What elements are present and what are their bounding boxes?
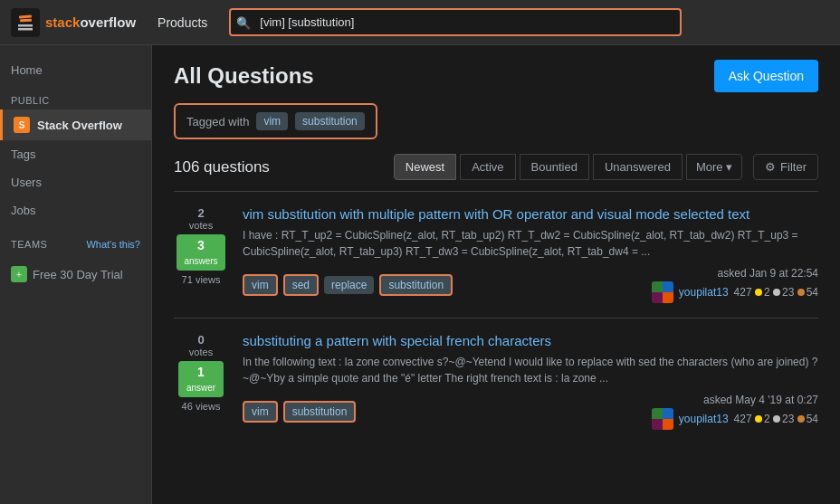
sidebar-item-stackoverflow[interactable]: S Stack Overflow: [0, 109, 151, 140]
question-meta-2: asked May 4 '19 at 0:27 youpilat13 427: [652, 394, 818, 430]
tab-unanswered[interactable]: Unanswered: [593, 154, 682, 180]
username-1[interactable]: youpilat13: [679, 286, 729, 299]
main-content: All Questions Ask Question Tagged with v…: [152, 45, 840, 504]
question-meta-1: asked Jan 9 at 22:54 youpilat13 427: [652, 267, 818, 303]
avatar-1: [652, 281, 673, 303]
products-nav[interactable]: Products: [150, 12, 215, 33]
votes-count-1: 2 votes: [189, 206, 213, 231]
gold-dot-2: [755, 415, 762, 423]
tab-active[interactable]: Active: [460, 154, 515, 180]
avatar-2: [652, 408, 673, 430]
sidebar-so-label: Stack Overflow: [37, 119, 122, 132]
sidebar-teams-section: TEAMS What's this?: [0, 224, 151, 259]
svg-rect-0: [11, 8, 40, 37]
logo-text: stackoverflow: [45, 14, 136, 30]
filter-button[interactable]: ⚙ Filter: [753, 154, 818, 180]
gear-icon: ⚙: [765, 160, 776, 174]
q-tag-substitution-2[interactable]: substitution: [283, 401, 357, 423]
sidebar-users-label: Users: [11, 176, 42, 189]
sidebar-item-tags[interactable]: Tags: [0, 140, 151, 168]
tag-vim[interactable]: vim: [256, 112, 288, 130]
free-trial-label: Free 30 Day Trial: [33, 268, 123, 281]
search-input[interactable]: [229, 8, 682, 36]
user-rep-1: 427 2 23 54: [734, 286, 818, 299]
user-row-2: youpilat13 427 2 23 54: [652, 408, 818, 430]
tab-newest[interactable]: Newest: [394, 154, 456, 180]
so-small-icon: S: [14, 117, 30, 133]
question-stats-2: 0 votes 1answer 46 views: [174, 333, 228, 430]
tagged-with-container: Tagged with vim substitution: [174, 103, 377, 139]
logo-bold: overflow: [80, 14, 136, 30]
sidebar-item-home[interactable]: Home: [0, 56, 151, 84]
filter-tabs: Newest Active Bountied Unanswered More ▾…: [394, 154, 818, 180]
top-nav: stackoverflow Products 🔍: [0, 0, 840, 45]
logo-plain: stack: [45, 14, 80, 30]
views-count-1: 71 views: [182, 274, 221, 285]
content-header: All Questions Ask Question: [174, 60, 818, 92]
sidebar-item-jobs[interactable]: Jobs: [0, 196, 151, 224]
question-item: 2 votes 3answers 71 views vim substituti…: [174, 191, 818, 318]
search-box: 🔍: [229, 8, 682, 36]
sidebar-jobs-label: Jobs: [11, 204, 35, 217]
sidebar-home-label: Home: [11, 63, 43, 77]
svg-rect-1: [18, 24, 33, 27]
sidebar-public-label: PUBLIC: [0, 84, 151, 109]
question-item-2: 0 votes 1answer 46 views substituting a …: [174, 318, 818, 444]
question-title-2[interactable]: substituting a pattern with special fren…: [243, 333, 818, 348]
question-stats-1: 2 votes 3answers 71 views: [174, 206, 228, 303]
answers-count-1: 3answers: [177, 234, 224, 271]
asked-date-2: asked May 4 '19 at 0:27: [703, 394, 818, 406]
question-excerpt-2: In the following text : la zone convecti…: [243, 354, 818, 386]
bronze-dot-1: [797, 289, 805, 296]
sidebar: Home PUBLIC S Stack Overflow Tags Users …: [0, 45, 152, 504]
questions-header: 106 questions Newest Active Bountied Una…: [174, 154, 818, 180]
silver-dot-1: [773, 289, 780, 296]
question-body-1: vim substitution with multiple pattern w…: [243, 206, 818, 303]
question-tags-1: vim sed replace substitution: [243, 274, 453, 296]
sidebar-free-trial[interactable]: + Free 30 Day Trial: [0, 259, 151, 290]
tab-more[interactable]: More ▾: [686, 154, 742, 180]
tab-bountied[interactable]: Bountied: [520, 154, 589, 180]
q-tag-vim-1[interactable]: vim: [243, 274, 278, 296]
question-tags-2: vim substitution: [243, 401, 356, 423]
ask-question-button[interactable]: Ask Question: [714, 60, 818, 92]
tagged-with-label: Tagged with: [186, 115, 249, 128]
teams-label: TEAMS: [11, 239, 47, 250]
question-title-1[interactable]: vim substitution with multiple pattern w…: [243, 206, 818, 222]
tag-substitution[interactable]: substitution: [295, 112, 365, 130]
questions-count: 106 questions: [174, 158, 270, 176]
question-excerpt-1: I have : RT_T_up2 = CubicSpline(z_alot, …: [243, 227, 818, 260]
views-count-2: 46 views: [182, 401, 221, 412]
whats-this-link[interactable]: What's this?: [86, 239, 140, 250]
bronze-dot-2: [797, 415, 805, 423]
user-row-1: youpilat13 427 2 23 54: [652, 281, 818, 303]
page-title: All Questions: [174, 63, 314, 89]
main-layout: Home PUBLIC S Stack Overflow Tags Users …: [0, 45, 840, 504]
gold-dot-1: [755, 289, 762, 296]
sidebar-tags-label: Tags: [11, 147, 35, 161]
search-icon: 🔍: [236, 15, 251, 29]
svg-rect-4: [20, 18, 32, 21]
sidebar-item-users[interactable]: Users: [0, 168, 151, 196]
user-rep-2: 427 2 23 54: [734, 413, 818, 425]
svg-rect-2: [18, 28, 33, 31]
asked-date-1: asked Jan 9 at 22:54: [718, 267, 818, 280]
free-trial-icon: +: [11, 266, 27, 282]
q-tag-sed-1[interactable]: sed: [283, 274, 319, 296]
logo[interactable]: stackoverflow: [11, 8, 136, 37]
silver-dot-2: [773, 415, 780, 423]
answers-count-2: 1answer: [178, 361, 224, 397]
question-body-2: substituting a pattern with special fren…: [243, 333, 818, 430]
q-tag-vim-2[interactable]: vim: [243, 401, 278, 423]
q-tag-replace-1[interactable]: replace: [324, 276, 374, 294]
so-logo-icon: [11, 8, 40, 37]
filter-label: Filter: [780, 160, 807, 174]
votes-count-2: 0 votes: [189, 333, 213, 357]
username-2[interactable]: youpilat13: [679, 413, 729, 425]
q-tag-substitution-1[interactable]: substitution: [379, 274, 453, 296]
